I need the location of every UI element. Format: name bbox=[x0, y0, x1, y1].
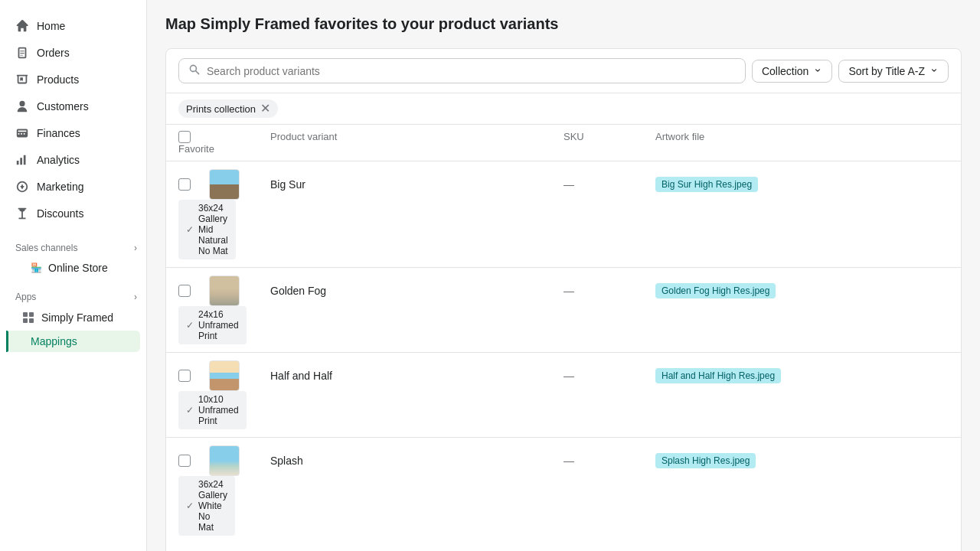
row-checkbox-half-and-half[interactable] bbox=[178, 370, 191, 382]
artwork-badge: Half and Half High Res.jpeg bbox=[655, 368, 781, 383]
row-product-variant-cell: Golden Fog bbox=[270, 285, 564, 297]
sales-channels-section: Sales channels › bbox=[0, 236, 146, 256]
toolbar: Collection Sort by Title A-Z bbox=[166, 49, 961, 93]
collection-button-label: Collection bbox=[762, 65, 808, 77]
row-checkbox-cell bbox=[178, 178, 209, 191]
select-all-checkbox[interactable] bbox=[178, 131, 191, 143]
product-variant-name: Splash bbox=[270, 455, 303, 467]
sidebar-item-orders[interactable]: Orders bbox=[6, 40, 140, 66]
sidebar-item-mappings[interactable]: Mappings bbox=[6, 331, 140, 352]
artwork-badge: Big Sur High Res.jpeg bbox=[655, 177, 758, 192]
favorite-label: 36x24 Gallery White No Mat bbox=[198, 479, 227, 533]
marketing-icon bbox=[15, 180, 29, 194]
row-artwork-cell: Half and Half High Res.jpeg bbox=[655, 368, 949, 383]
row-checkbox-cell bbox=[178, 455, 209, 467]
favorite-badge: ✓ 24x16 Unframed Print bbox=[178, 306, 247, 344]
sales-channels-expand-icon[interactable]: › bbox=[134, 243, 137, 253]
product-variants-card: Collection Sort by Title A-Z Prints coll… bbox=[165, 48, 962, 551]
search-input[interactable] bbox=[207, 65, 736, 77]
sort-button-label: Sort by Title A-Z bbox=[848, 65, 925, 77]
sidebar-item-customers[interactable]: Customers bbox=[6, 93, 140, 119]
sidebar-item-simply-framed[interactable]: Simply Framed bbox=[6, 306, 140, 329]
sidebar-item-analytics[interactable]: Analytics bbox=[6, 147, 140, 173]
sidebar-item-discounts[interactable]: Discounts bbox=[6, 201, 140, 227]
sidebar-item-orders-label: Orders bbox=[37, 47, 70, 59]
header-sku-col: SKU bbox=[564, 131, 655, 143]
sku-value: — bbox=[564, 455, 574, 467]
favorite-label: 24x16 Unframed Print bbox=[198, 309, 239, 341]
artwork-badge: Golden Fog High Res.jpeg bbox=[655, 283, 776, 298]
product-variant-name: Half and Half bbox=[270, 370, 332, 382]
product-thumbnail-splash bbox=[209, 445, 240, 476]
table-body: Big Sur — Big Sur High Res.jpeg ✓ 36x24 … bbox=[166, 161, 961, 543]
home-icon bbox=[15, 19, 29, 33]
check-icon: ✓ bbox=[186, 320, 194, 331]
sidebar-item-online-store[interactable]: 🏪 Online Store bbox=[6, 257, 140, 279]
product-variant-name: Big Sur bbox=[270, 178, 305, 191]
discounts-icon bbox=[15, 207, 29, 220]
sidebar-item-finances-label: Finances bbox=[37, 127, 80, 139]
collection-button[interactable]: Collection bbox=[752, 60, 832, 83]
finances-icon bbox=[15, 126, 29, 140]
filter-row: Prints collection ✕ bbox=[166, 93, 961, 125]
page-title: Map Simply Framed favorites to your prod… bbox=[165, 15, 962, 33]
analytics-icon bbox=[15, 153, 29, 167]
sidebar-item-home[interactable]: Home bbox=[6, 13, 140, 39]
orders-icon bbox=[15, 46, 29, 60]
filter-tag-remove-button[interactable]: ✕ bbox=[260, 103, 270, 115]
row-favorite-cell: ✓ 10x10 Unframed Print bbox=[178, 391, 209, 429]
apps-label: Apps bbox=[15, 292, 36, 302]
header-artwork-col: Artwork file bbox=[655, 131, 949, 143]
row-thumbnail-cell bbox=[209, 169, 270, 200]
apps-section: Apps › bbox=[0, 285, 146, 305]
row-checkbox-golden-fog[interactable] bbox=[178, 285, 191, 297]
row-artwork-cell: Big Sur High Res.jpeg bbox=[655, 177, 949, 192]
favorite-badge: ✓ 10x10 Unframed Print bbox=[178, 391, 247, 429]
filter-tag-prints-collection: Prints collection ✕ bbox=[178, 99, 278, 118]
header-product-variant-col: Product variant bbox=[270, 131, 564, 143]
row-artwork-cell: Golden Fog High Res.jpeg bbox=[655, 283, 949, 298]
header-checkbox-col bbox=[178, 131, 209, 143]
sidebar-item-products-label: Products bbox=[37, 73, 79, 86]
sidebar-item-online-store-label: Online Store bbox=[48, 262, 108, 274]
table-header: Product variant SKU Artwork file Favorit… bbox=[166, 125, 961, 161]
check-icon: ✓ bbox=[186, 500, 194, 511]
row-artwork-cell: Splash High Res.jpeg bbox=[655, 453, 949, 468]
search-wrapper[interactable] bbox=[178, 58, 746, 83]
row-favorite-cell: ✓ 24x16 Unframed Print bbox=[178, 306, 209, 344]
filter-tag-label: Prints collection bbox=[186, 103, 256, 115]
apps-expand-icon[interactable]: › bbox=[134, 292, 137, 302]
table-row: Golden Fog — Golden Fog High Res.jpeg ✓ … bbox=[166, 268, 961, 353]
table-row: Half and Half — Half and Half High Res.j… bbox=[166, 353, 961, 438]
sales-channels-label: Sales channels bbox=[15, 243, 77, 253]
sidebar-item-home-label: Home bbox=[37, 20, 65, 32]
row-checkbox-cell bbox=[178, 370, 209, 382]
row-thumbnail-cell bbox=[209, 445, 270, 476]
sidebar: Home Orders Products Customers Finances bbox=[0, 0, 147, 551]
sidebar-item-marketing[interactable]: Marketing bbox=[6, 174, 140, 200]
row-thumbnail-cell bbox=[209, 360, 270, 391]
search-icon bbox=[188, 64, 201, 78]
check-icon: ✓ bbox=[186, 405, 194, 416]
row-favorite-cell: ✓ 36x24 Gallery White No Mat bbox=[178, 476, 209, 536]
row-sku-cell: — bbox=[564, 370, 655, 382]
main-content: Map Simply Framed favorites to your prod… bbox=[147, 0, 980, 551]
pagination: ‹ › bbox=[166, 543, 961, 551]
table-row: Splash — Splash High Res.jpeg ✓ 36x24 Ga… bbox=[166, 438, 961, 543]
check-icon: ✓ bbox=[186, 224, 194, 235]
header-favorite-col: Favorite bbox=[178, 143, 209, 155]
row-product-variant-cell: Big Sur bbox=[270, 178, 564, 191]
row-checkbox-splash[interactable] bbox=[178, 455, 191, 467]
sort-button[interactable]: Sort by Title A-Z bbox=[838, 60, 949, 83]
sidebar-item-marketing-label: Marketing bbox=[37, 181, 83, 193]
sidebar-item-products[interactable]: Products bbox=[6, 67, 140, 93]
sidebar-item-finances[interactable]: Finances bbox=[6, 120, 140, 146]
row-sku-cell: — bbox=[564, 178, 655, 191]
row-checkbox-big-sur[interactable] bbox=[178, 178, 191, 191]
header-thumbnail-col bbox=[209, 131, 270, 143]
favorite-badge: ✓ 36x24 Gallery White No Mat bbox=[178, 476, 235, 536]
customers-icon bbox=[15, 99, 29, 113]
online-store-icon: 🏪 bbox=[31, 262, 42, 273]
sidebar-item-discounts-label: Discounts bbox=[37, 207, 83, 220]
sidebar-item-customers-label: Customers bbox=[37, 100, 89, 112]
